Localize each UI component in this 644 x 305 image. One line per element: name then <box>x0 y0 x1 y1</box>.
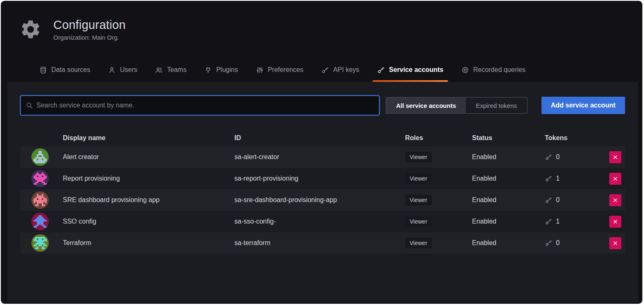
tab-label: Preferences <box>268 66 303 74</box>
search-box[interactable] <box>21 96 379 115</box>
status-cell: Enabled <box>472 153 545 161</box>
table-row[interactable]: SRE dashboard provisioning appsa-sre-das… <box>21 189 625 211</box>
column-header-id: ID <box>234 134 405 142</box>
page-header: Configuration Organization: Main Org. <box>1 1 642 59</box>
role-badge[interactable]: Viewer <box>405 238 432 248</box>
filter-expired-tokens[interactable]: Expired tokens <box>466 98 527 113</box>
tab-label: Plugins <box>216 66 238 74</box>
tab-users[interactable]: Users <box>103 58 143 82</box>
id-cell: sa-alert-creator <box>234 153 405 161</box>
app-window: Configuration Organization: Main Org. Da… <box>1 1 642 304</box>
page-titles: Configuration Organization: Main Org. <box>53 18 126 41</box>
filter-all-service-accounts[interactable]: All service accounts <box>386 98 466 113</box>
token-count: 0 <box>556 196 560 204</box>
table-row[interactable]: Terraformsa-terraformViewerEnabled0 <box>21 232 625 254</box>
status-cell: Enabled <box>472 196 545 204</box>
tab-plugins[interactable]: Plugins <box>199 58 243 82</box>
key-icon <box>545 153 552 161</box>
tab-recorded-queries[interactable]: Recorded queries <box>456 58 531 82</box>
id-cell: sa-report-provisioning <box>234 175 405 182</box>
database-icon <box>39 66 47 74</box>
avatar <box>31 148 49 166</box>
delete-button[interactable] <box>609 216 621 228</box>
tokens-cell: 0 <box>545 196 609 204</box>
tab-label: API keys <box>333 66 359 74</box>
key-icon <box>377 66 385 74</box>
column-header-tokens: Tokens <box>545 134 609 142</box>
tab-label: Recorded queries <box>473 66 525 74</box>
tab-api-keys[interactable]: API keys <box>316 58 365 82</box>
column-header-roles: Roles <box>405 134 472 142</box>
role-badge[interactable]: Viewer <box>405 195 432 205</box>
table-row[interactable]: SSO configsa-sso-config-ViewerEnabled1 <box>21 211 625 232</box>
role-badge[interactable]: Viewer <box>405 216 432 227</box>
tab-preferences[interactable]: Preferences <box>250 58 309 82</box>
page-title: Configuration <box>53 18 126 32</box>
filter-toggle: All service accountsExpired tokens <box>386 97 527 114</box>
tab-label: Data sources <box>51 66 90 74</box>
delete-button[interactable] <box>609 194 621 206</box>
table-row[interactable]: Alert creatorsa-alert-creatorViewerEnabl… <box>21 146 625 168</box>
display-name-cell[interactable]: SRE dashboard provisioning app <box>63 196 234 204</box>
status-cell: Enabled <box>472 239 545 247</box>
key-icon <box>545 239 552 247</box>
add-service-account-button[interactable]: Add service account <box>541 97 625 114</box>
token-count: 1 <box>556 218 560 225</box>
record-icon <box>461 66 469 74</box>
column-header-display-name: Display name <box>63 134 234 142</box>
id-cell: sa-sso-config- <box>234 218 405 225</box>
status-cell: Enabled <box>472 175 545 182</box>
role-badge[interactable]: Viewer <box>405 173 432 184</box>
content-panel: All service accountsExpired tokens Add s… <box>7 82 638 302</box>
key-icon <box>545 175 552 182</box>
close-icon <box>613 198 618 203</box>
table-header-row: Display nameIDRolesStatusTokens <box>21 130 625 146</box>
role-badge[interactable]: Viewer <box>405 152 432 162</box>
display-name-cell[interactable]: Report provisioning <box>63 175 234 182</box>
tab-service-accounts[interactable]: Service accounts <box>372 58 449 82</box>
display-name-cell[interactable]: SSO config <box>63 218 234 225</box>
tokens-cell: 1 <box>545 218 609 225</box>
status-cell: Enabled <box>472 218 545 225</box>
close-icon <box>613 155 618 160</box>
tokens-cell: 0 <box>545 153 609 161</box>
search-input[interactable] <box>36 102 374 109</box>
delete-button[interactable] <box>609 151 621 163</box>
table-row[interactable]: Report provisioningsa-report-provisionin… <box>21 168 625 189</box>
avatar <box>31 213 49 230</box>
display-name-cell[interactable]: Alert creator <box>63 153 234 161</box>
token-count: 0 <box>556 153 560 161</box>
service-accounts-table: Display nameIDRolesStatusTokensAlert cre… <box>21 130 625 254</box>
avatar <box>31 234 49 252</box>
id-cell: sa-terraform <box>234 239 405 247</box>
display-name-cell[interactable]: Terraform <box>63 239 234 247</box>
page-subtitle: Organization: Main Org. <box>53 34 126 41</box>
tab-label: Users <box>120 66 137 74</box>
tokens-cell: 1 <box>545 175 609 182</box>
sliders-icon <box>256 66 264 74</box>
gear-icon <box>19 18 42 41</box>
users-icon <box>155 66 163 74</box>
tab-data-sources[interactable]: Data sources <box>34 58 95 82</box>
key-icon <box>321 66 329 74</box>
key-icon <box>545 196 552 204</box>
tab-bar: Data sourcesUsersTeamsPluginsPreferences… <box>1 58 642 82</box>
key-icon <box>545 218 552 225</box>
tokens-cell: 0 <box>545 239 609 247</box>
delete-button[interactable] <box>609 173 621 185</box>
id-cell: sa-sre-dashboard-provisioning-app <box>234 196 405 204</box>
tab-teams[interactable]: Teams <box>150 58 192 82</box>
delete-button[interactable] <box>609 237 621 249</box>
close-icon <box>613 219 618 224</box>
token-count: 1 <box>556 175 560 182</box>
avatar <box>31 191 49 209</box>
search-icon <box>26 102 33 109</box>
toolbar: All service accountsExpired tokens Add s… <box>21 96 625 115</box>
tab-label: Service accounts <box>389 66 444 74</box>
tab-label: Teams <box>167 66 186 74</box>
plug-icon <box>204 66 212 74</box>
close-icon <box>613 241 618 246</box>
token-count: 0 <box>556 239 560 247</box>
close-icon <box>613 176 618 181</box>
user-icon <box>108 66 116 74</box>
